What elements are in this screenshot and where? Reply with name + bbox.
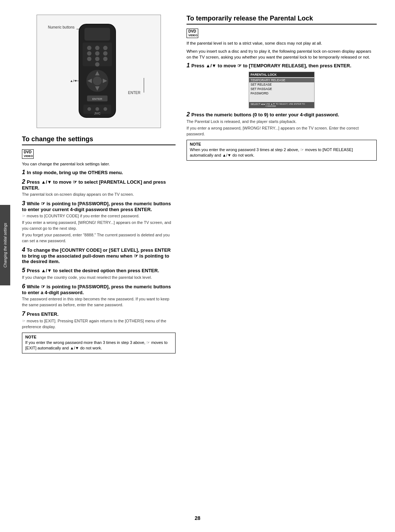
step-4-heading: To change the [COUNTRY CODE] or [SET LEV… — [22, 247, 171, 264]
right-section-title: To temporarily release the Parental Lock — [187, 15, 377, 25]
step-3-sub-2: If you enter a wrong password, [WRONG! R… — [22, 220, 176, 231]
menu-row-3: PASSWORD — [249, 91, 314, 95]
svg-point-9 — [87, 57, 91, 61]
svg-point-12 — [95, 62, 99, 67]
step-3-number: 3 — [22, 200, 27, 206]
step-7-heading: Press ENTER. — [27, 311, 59, 317]
step-6-sub: The password entered in this step become… — [22, 296, 176, 308]
svg-point-5 — [103, 46, 108, 50]
step-6-heading: While ☞ is pointing to [PASSWORD], press… — [22, 284, 171, 295]
menu-bottom-instruction: USE ▲▼ TO SELECT, USE ENTER TO CONFIRM — [266, 103, 313, 107]
right-step-1: 1 Press ▲/▼ to move ☞ to [TEMPORARY RELE… — [187, 62, 377, 69]
svg-point-23 — [95, 107, 99, 111]
menu-screen: PARENTAL LOCK TEMPORARY RELEASE SET RELE… — [249, 72, 315, 108]
left-column: Numeric buttons ENTER — [22, 15, 176, 517]
svg-text:▲/▼: ▲/▼ — [70, 79, 77, 83]
right-column: To temporarily release the Parental Lock… — [187, 15, 377, 517]
svg-text:JVC: JVC — [94, 112, 101, 115]
left-note-title: NOTE — [25, 335, 172, 339]
page-number: 28 — [195, 515, 200, 521]
right-note-box: NOTE When you enter the wrong password 3… — [187, 140, 377, 161]
enter-line — [144, 78, 144, 93]
svg-point-24 — [104, 107, 107, 111]
enter-label: ENTER — [128, 91, 140, 95]
step-1: 1 In stop mode, bring up the OTHERS menu… — [22, 169, 176, 176]
step-5-sub: If you change the country code, you must… — [22, 275, 176, 280]
step-2-sub: The parental lock on-screen display appe… — [22, 192, 176, 197]
remote-illustration: Numeric buttons ENTER — [37, 15, 161, 128]
svg-point-8 — [103, 51, 108, 56]
step-6: 6 While ☞ is pointing to [PASSWORD], pre… — [22, 283, 176, 308]
sidebar-bar: Changing the initial settings — [0, 205, 10, 285]
step-2-number: 2 — [22, 179, 27, 185]
menu-bottom-bar: SELECT ◄► USE ▲▼ TO SELECT, USE ENTER TO… — [249, 102, 314, 108]
right-step-1-number: 1 — [187, 62, 191, 68]
menu-bottom-arrows: ◄► — [260, 103, 266, 107]
right-step-2-sub-2: If you enter a wrong password, [WRONG! R… — [187, 125, 377, 137]
step-2: 2 Press ▲/▼ to move ☞ to select [PARENTA… — [22, 179, 176, 197]
right-intro-2: When you insert such a disc and try to p… — [187, 48, 377, 60]
left-note-text: If you enter the wrong password more tha… — [25, 340, 172, 351]
step-5-heading: Press ▲/▼ to select the desired option t… — [27, 268, 159, 273]
step-3-heading: While ☞ is pointing to [PASSWORD], press… — [22, 201, 171, 212]
right-step-2-heading: Press the numeric buttons (0 to 9) to en… — [191, 112, 339, 117]
step-2-heading: Press ▲/▼ to move ☞ to select [PARENTAL … — [22, 179, 166, 191]
page-container: Changing the initial settings Numeric bu… — [0, 0, 395, 532]
step-4-number: 4 — [22, 247, 27, 253]
menu-row-0: TEMPORARY RELEASE — [249, 78, 314, 82]
right-step-2: 2 Press the numeric buttons (0 to 9) to … — [187, 111, 377, 137]
svg-rect-1 — [84, 28, 110, 41]
remote-svg: ENTER JVC ▲/▼ — [68, 22, 127, 121]
right-step-2-sub-1: The Parental Lock is released, and the p… — [187, 119, 377, 124]
menu-row-1: SET RELEASE — [249, 82, 314, 87]
right-intro-1: If the parental level is set to a strict… — [187, 40, 377, 46]
right-step-2-number: 2 — [187, 111, 191, 117]
sidebar-label: Changing the initial settings — [3, 223, 7, 267]
step-3: 3 While ☞ is pointing to [PASSWORD], pre… — [22, 200, 176, 244]
menu-title: PARENTAL LOCK — [249, 72, 314, 77]
svg-text:ENTER: ENTER — [92, 97, 102, 101]
svg-point-18 — [93, 76, 102, 85]
menu-row-2: SET PASSAGE — [249, 87, 314, 91]
step-7-sub: ☞ moves to [EXIT]. Pressing ENTER again … — [22, 318, 176, 330]
right-note-text: When you enter the wrong password 3 time… — [190, 147, 373, 158]
right-note-title: NOTE — [190, 142, 373, 146]
svg-point-4 — [95, 46, 99, 50]
step-1-heading: In stop mode, bring up the OTHERS menu. — [27, 170, 123, 175]
svg-point-6 — [87, 51, 91, 56]
left-dvd-badge: DVD VIDEO — [22, 149, 34, 159]
svg-point-10 — [95, 57, 99, 61]
svg-point-3 — [87, 46, 91, 50]
svg-point-11 — [103, 57, 108, 61]
svg-point-22 — [87, 107, 91, 111]
step-1-number: 1 — [22, 169, 27, 175]
step-4: 4 To change the [COUNTRY CODE] or [SET L… — [22, 247, 176, 264]
left-section-title: To change the settings — [22, 135, 176, 145]
step-3-sub-1: ☞ moves to [COUNTRY CODE] if you enter t… — [22, 213, 176, 219]
right-step-1-heading: Press ▲/▼ to move ☞ to [TEMPORARY RELEAS… — [191, 63, 351, 68]
right-dvd-badge: DVD VIDEO — [187, 29, 198, 38]
svg-point-7 — [95, 51, 99, 56]
left-note-box: NOTE If you enter the wrong password mor… — [22, 333, 176, 353]
step-3-sub-3: If you forget your password, enter "8888… — [22, 232, 176, 244]
step-7: 7 Press ENTER. ☞ moves to [EXIT]. Pressi… — [22, 311, 176, 330]
left-intro: You can change the parental lock setting… — [22, 161, 176, 167]
step-7-number: 7 — [22, 311, 27, 317]
step-6-number: 6 — [22, 283, 27, 289]
menu-bottom-select: SELECT — [251, 103, 260, 107]
step-5: 5 Press ▲/▼ to select the desired option… — [22, 267, 176, 280]
step-5-number: 5 — [22, 267, 27, 273]
